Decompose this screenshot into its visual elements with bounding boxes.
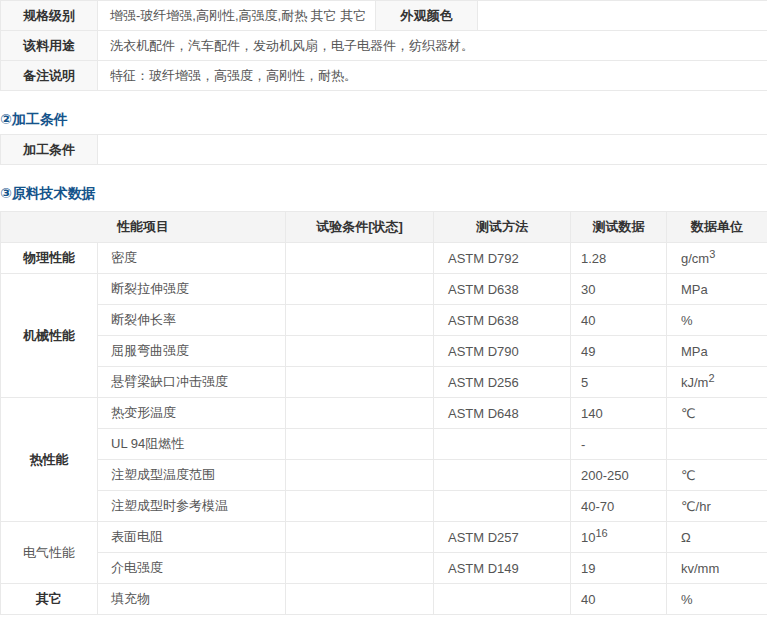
value-text: 140 (581, 406, 603, 421)
category-cell-electrical: 电气性能 (1, 522, 98, 584)
method-cell (434, 429, 571, 460)
table-row: 加工条件 (1, 135, 767, 165)
value-cell: 19 (571, 553, 667, 584)
method-cell: ASTM D638 (434, 305, 571, 336)
table-row: 热性能 热变形温度 ASTM D648 140 ℃ (1, 398, 767, 429)
condition-cell (286, 584, 434, 615)
unit-cell: kv/mm (667, 553, 767, 584)
value-text: 40 (581, 313, 595, 328)
column-header-property: 性能项目 (1, 212, 286, 243)
processing-conditions-label: 加工条件 (1, 135, 98, 165)
unit-cell: MPa (667, 274, 767, 305)
value-text: 49 (581, 344, 595, 359)
property-cell: 屈服弯曲强度 (98, 336, 286, 367)
table-header-row: 性能项目 试验条件[状态] 测试方法 测试数据 数据单位 (1, 212, 767, 243)
method-cell (434, 584, 571, 615)
category-cell-other: 其它 (1, 584, 98, 615)
remarks-label: 备注说明 (1, 61, 98, 91)
value-text: 40 (581, 592, 595, 607)
tech-data-table: 性能项目 试验条件[状态] 测试方法 测试数据 数据单位 物理性能 密度 AST… (0, 211, 767, 615)
unit-text: ℃ (681, 468, 696, 483)
value-text: 200-250 (581, 468, 629, 483)
method-cell (434, 491, 571, 522)
unit-text: % (681, 592, 693, 607)
unit-text: ℃/hr (681, 499, 711, 514)
property-cell: 悬臂梁缺口冲击强度 (98, 367, 286, 398)
condition-cell (286, 553, 434, 584)
property-cell: UL 94阻燃性 (98, 429, 286, 460)
unit-cell: ℃ (667, 398, 767, 429)
condition-cell (286, 336, 434, 367)
unit-cell: ℃/hr (667, 491, 767, 522)
unit-cell: % (667, 305, 767, 336)
category-cell-physical: 物理性能 (1, 243, 98, 274)
value-cell: 30 (571, 274, 667, 305)
method-cell (434, 460, 571, 491)
value-cell: 49 (571, 336, 667, 367)
method-cell: ASTM D790 (434, 336, 571, 367)
condition-cell (286, 398, 434, 429)
column-header-condition: 试验条件[状态] (286, 212, 434, 243)
condition-cell (286, 243, 434, 274)
usage-label: 该料用途 (1, 31, 98, 61)
spec-grade-value: 增强-玻纤增强,高刚性,高强度,耐热 其它 其它 (98, 1, 376, 31)
basic-info-table: 规格级别 增强-玻纤增强,高刚性,高强度,耐热 其它 其它 外观颜色 该料用途 … (0, 0, 767, 91)
unit-cell: Ω (667, 522, 767, 553)
condition-cell (286, 274, 434, 305)
property-cell: 热变形温度 (98, 398, 286, 429)
value-cell: 40 (571, 584, 667, 615)
table-row: 注塑成型温度范围 200-250 ℃ (1, 460, 767, 491)
table-row: 电气性能 表面电阻 ASTM D257 1016 Ω (1, 522, 767, 553)
category-cell-mechanical: 机械性能 (1, 274, 98, 398)
unit-text: MPa (681, 344, 708, 359)
method-cell: ASTM D792 (434, 243, 571, 274)
table-row: 规格级别 增强-玻纤增强,高刚性,高强度,耐热 其它 其它 外观颜色 (1, 1, 767, 31)
unit-cell: ℃ (667, 460, 767, 491)
condition-cell (286, 522, 434, 553)
appearance-color-label: 外观颜色 (376, 1, 478, 31)
property-cell: 密度 (98, 243, 286, 274)
value-text: 10 (581, 530, 595, 545)
method-cell: ASTM D257 (434, 522, 571, 553)
table-row: 注塑成型时参考模温 40-70 ℃/hr (1, 491, 767, 522)
condition-cell (286, 305, 434, 336)
condition-cell (286, 491, 434, 522)
method-cell: ASTM D256 (434, 367, 571, 398)
method-cell: ASTM D648 (434, 398, 571, 429)
condition-cell (286, 429, 434, 460)
column-header-unit: 数据单位 (667, 212, 767, 243)
value-cell: 1.28 (571, 243, 667, 274)
column-header-method: 测试方法 (434, 212, 571, 243)
table-row: UL 94阻燃性 - (1, 429, 767, 460)
property-cell: 断裂伸长率 (98, 305, 286, 336)
value-text: 1.28 (581, 251, 606, 266)
value-cell: 200-250 (571, 460, 667, 491)
table-row: 机械性能 断裂拉伸强度 ASTM D638 30 MPa (1, 274, 767, 305)
value-text: 19 (581, 561, 595, 576)
usage-value: 洗衣机配件，汽车配件，发动机风扇，电子电器件，纺织器材。 (98, 31, 767, 61)
value-cell: 140 (571, 398, 667, 429)
unit-text: ℃ (681, 406, 696, 421)
unit-cell: g/cm3 (667, 243, 767, 274)
value-cell: 5 (571, 367, 667, 398)
value-text: 5 (581, 375, 588, 390)
property-cell: 注塑成型温度范围 (98, 460, 286, 491)
unit-text: kJ/m (681, 375, 708, 390)
tech-data-section-title: ③原料技术数据 (0, 185, 767, 201)
processing-conditions-table: 加工条件 (0, 134, 767, 165)
remarks-value: 特征：玻纤增强，高强度，高刚性，耐热。 (98, 61, 767, 91)
material-datasheet-page: 规格级别 增强-玻纤增强,高刚性,高强度,耐热 其它 其它 外观颜色 该料用途 … (0, 0, 767, 615)
value-superscript: 16 (595, 526, 607, 538)
table-row: 悬臂梁缺口冲击强度 ASTM D256 5 kJ/m2 (1, 367, 767, 398)
condition-cell (286, 460, 434, 491)
unit-text: Ω (681, 530, 691, 545)
appearance-color-value (478, 1, 767, 31)
property-cell: 断裂拉伸强度 (98, 274, 286, 305)
processing-section-title: ②加工条件 (0, 111, 767, 127)
value-cell: - (571, 429, 667, 460)
value-text: - (581, 437, 585, 452)
table-row: 备注说明 特征：玻纤增强，高强度，高刚性，耐热。 (1, 61, 767, 91)
unit-cell: kJ/m2 (667, 367, 767, 398)
table-row: 其它 填充物 40 % (1, 584, 767, 615)
value-text: 40-70 (581, 499, 614, 514)
